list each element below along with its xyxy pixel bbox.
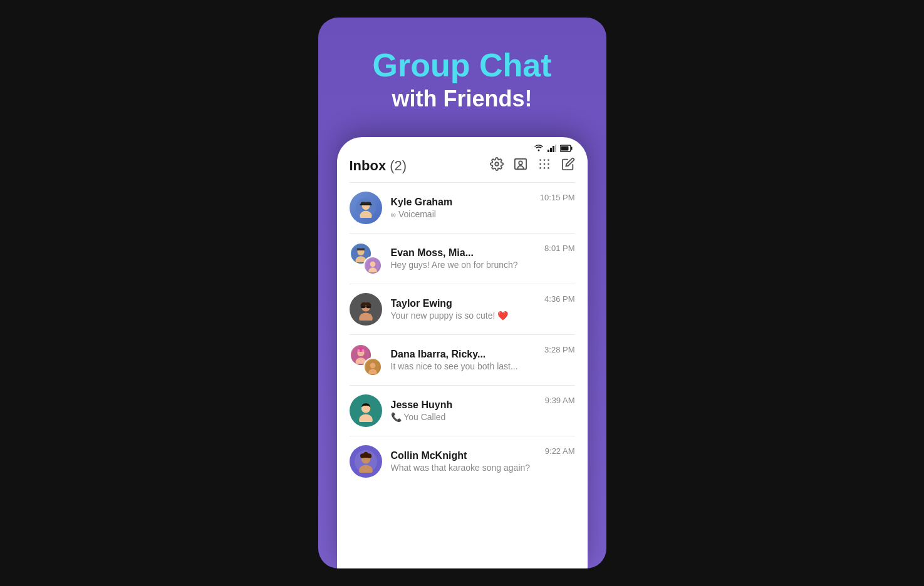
svg-rect-2 (553, 146, 554, 152)
contact-preview-taylor-ewing: Your new puppy is so cute! ❤️ (391, 311, 536, 321)
contact-item-evan-moss[interactable]: Evan Moss, Mia... Hey guys! Are we on fo… (337, 234, 588, 284)
contact-item-jesse-huynh[interactable]: Jesse Huynh 📞 You Called 9:39 AM (337, 386, 588, 436)
svg-point-16 (539, 167, 541, 169)
svg-point-17 (543, 167, 545, 169)
svg-rect-27 (356, 249, 365, 251)
avatar-evan-moss (350, 242, 382, 275)
contact-time-jesse-huynh: 9:39 AM (545, 396, 575, 405)
contact-info-jesse-huynh: Jesse Huynh 📞 You Called (391, 399, 536, 422)
contact-preview-kyle-graham: ∞ Voicemail (391, 209, 531, 219)
contact-card-icon[interactable] (514, 157, 527, 175)
contact-info-evan-moss: Evan Moss, Mia... Hey guys! Are we on fo… (391, 247, 536, 270)
app-card: Group Chat with Friends! (318, 18, 606, 568)
phone-mockup: Inbox (2) (337, 137, 588, 568)
svg-point-7 (495, 162, 499, 166)
contact-item-dana-ibarra[interactable]: Dana Ibarra, Ricky... It was nice to see… (337, 335, 588, 385)
status-bar (337, 137, 588, 155)
contact-list: Kyle Graham ∞ Voicemail 10:15 PM (337, 183, 588, 568)
avatar-taylor-ewing (350, 293, 382, 326)
wifi-icon (534, 145, 544, 152)
inbox-header: Inbox (2) (337, 155, 588, 182)
battery-icon (560, 145, 573, 152)
contact-preview-collin-mcknight: What was that karaoke song again? (391, 463, 536, 473)
svg-point-12 (548, 159, 549, 161)
svg-rect-6 (561, 146, 568, 151)
svg-point-54 (366, 454, 371, 458)
settings-icon[interactable] (490, 157, 504, 175)
svg-rect-23 (360, 204, 371, 205)
contact-preview-jesse-huynh: 📞 You Called (391, 412, 536, 422)
contact-time-taylor-ewing: 4:36 PM (544, 294, 574, 304)
phone-icon: 📞 (391, 412, 402, 422)
contact-preview-dana-ibarra: It was nice to see you both last... (391, 361, 536, 371)
signal-icon (548, 145, 556, 152)
contact-info-collin-mcknight: Collin McKnight What was that karaoke so… (391, 450, 536, 473)
inbox-title-group: Inbox (2) (350, 158, 407, 174)
svg-point-44 (370, 363, 375, 369)
compose-icon[interactable] (561, 157, 575, 175)
svg-rect-3 (555, 145, 556, 152)
avatar-jesse-huynh (350, 394, 382, 427)
hero-title: Group Chat (373, 48, 552, 83)
contact-item-collin-mcknight[interactable]: Collin McKnight What was that karaoke so… (337, 436, 588, 486)
contact-time-evan-moss: 8:01 PM (544, 244, 574, 253)
svg-point-15 (548, 163, 549, 165)
contact-name-kyle-graham: Kyle Graham (391, 197, 531, 208)
svg-point-41 (357, 349, 360, 352)
avatar-kyle-graham (350, 192, 382, 224)
svg-point-14 (543, 163, 545, 165)
contact-info-dana-ibarra: Dana Ibarra, Ricky... It was nice to see… (391, 349, 536, 371)
inbox-count: (2) (390, 158, 407, 173)
svg-point-11 (543, 159, 545, 161)
contact-name-collin-mcknight: Collin McKnight (391, 450, 536, 461)
svg-point-42 (361, 349, 364, 352)
apps-grid-icon[interactable] (537, 157, 551, 175)
header-icons-group (490, 157, 575, 175)
contact-name-dana-ibarra: Dana Ibarra, Ricky... (391, 349, 536, 360)
svg-rect-0 (548, 150, 549, 152)
contact-item-kyle-graham[interactable]: Kyle Graham ∞ Voicemail 10:15 PM (337, 183, 588, 233)
svg-point-9 (519, 162, 522, 165)
inbox-label: Inbox (350, 158, 390, 173)
contact-time-kyle-graham: 10:15 PM (540, 193, 575, 202)
svg-rect-5 (571, 147, 572, 150)
contact-info-taylor-ewing: Taylor Ewing Your new puppy is so cute! … (391, 298, 536, 321)
contact-preview-evan-moss: Hey guys! Are we on for brunch? (391, 260, 536, 270)
svg-point-13 (539, 163, 541, 165)
svg-point-18 (548, 167, 549, 169)
contact-name-taylor-ewing: Taylor Ewing (391, 298, 536, 309)
hero-subtitle: with Friends! (373, 86, 552, 112)
contact-time-dana-ibarra: 3:28 PM (544, 345, 574, 354)
contact-name-evan-moss: Evan Moss, Mia... (391, 247, 536, 259)
contact-name-jesse-huynh: Jesse Huynh (391, 399, 536, 411)
avatar-dana-ibarra (350, 344, 382, 376)
svg-rect-1 (550, 148, 552, 152)
avatar-collin-mcknight (350, 445, 382, 478)
contact-time-collin-mcknight: 9:22 AM (545, 446, 575, 456)
contact-info-kyle-graham: Kyle Graham ∞ Voicemail (391, 197, 531, 219)
hero-section: Group Chat with Friends! (360, 48, 564, 112)
svg-point-10 (539, 159, 541, 161)
contact-item-taylor-ewing[interactable]: Taylor Ewing Your new puppy is so cute! … (337, 284, 588, 334)
svg-point-29 (370, 262, 375, 267)
voicemail-icon: ∞ (391, 210, 397, 219)
